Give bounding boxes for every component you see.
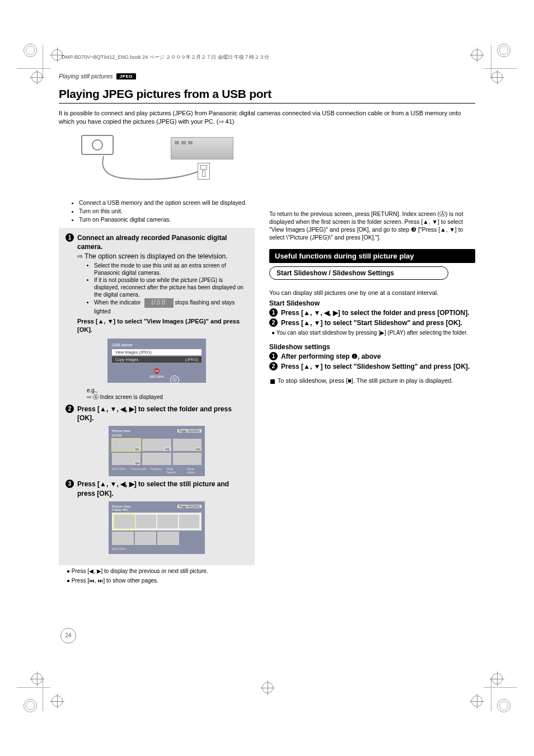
stop-icon [270,379,275,384]
slideshow-intro: You can display still pictures one by on… [269,289,475,297]
sub2-step1-bullet: 1 [269,352,278,360]
camera-icon [81,135,114,155]
right-note: To return to the previous screen, press … [269,210,475,242]
usb-plug-icon [198,163,210,180]
page-title: Playing JPEG pictures from a USB port [59,87,475,101]
section-header: Useful functions during still picture pl… [269,249,475,263]
step-3-bullet: 3 [65,480,74,488]
step-1-sub: ⇨ The option screen is displayed on the … [77,252,228,260]
step-1-title: Connect an already recorded Panasonic di… [77,234,227,251]
footnote-1: ● Press [◀, ▶] to display the previous o… [67,567,255,575]
jpeg-badge: JPEG [116,73,136,79]
footnote-2: ● Press [⏮, ⏭] to show other pages. [67,577,255,584]
callout-a-inline: Ⓐ [93,394,99,400]
start-slideshow-head: Start Slideshow [269,299,475,307]
slideshow-settings-head: Slideshow settings [269,343,475,351]
running-head: Playing still pictures [59,73,113,79]
usb-indicator-icon: USB [144,298,174,308]
subsection-pill: Start Slideshow / Slideshow Settings [269,266,448,280]
step-1-action: Press [▲, ▼] to select "View Images (JPE… [77,318,240,333]
callout-a: Ⓐ [170,375,179,384]
page-number: 24 [60,628,76,644]
step-1-bullet: 1 [65,233,74,242]
sub2-step2-bullet: 2 [269,362,278,370]
step-2-bullet: 2 [65,405,74,413]
stop-note: To stop slideshow, press [■]. The still … [269,377,475,385]
intro-text: It is possible to connect and play pictu… [59,109,475,126]
folder-screen: Picture View Page 001/001 \DCIM 001 002 … [109,426,205,476]
picture-view-screen: Picture View Page 001/001 Folder 001 RET… [109,501,205,554]
sub1-step1-bullet: 1 [269,308,278,317]
sub1-step2-bullet: 2 [269,318,278,327]
steps-box: 1 Connect an already recorded Panasonic … [59,228,255,565]
step-3-title: Press [▲, ▼, ◀, ▶] to select the still p… [77,480,229,497]
preparation-bullets: Connect a USB memory and the option scre… [79,199,255,224]
connection-illustration [70,135,238,196]
step-2-title: Press [▲, ▼, ◀, ▶] to select the folder … [77,405,232,422]
print-header: DMP-BD70V~BQT9412_ENG.book 24 ページ ２００９年２… [62,54,269,61]
option-screen: USB device View Images (JPEG) Copy Image… [107,339,206,383]
